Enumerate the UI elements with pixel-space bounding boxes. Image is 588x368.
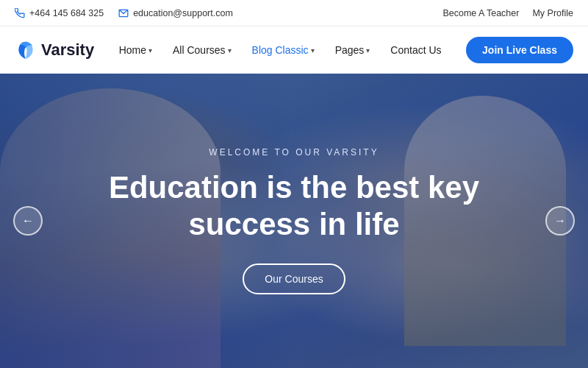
- become-teacher-link[interactable]: Become A Teacher: [442, 8, 519, 18]
- chevron-down-icon: ▾: [228, 46, 232, 54]
- join-live-class-button[interactable]: Join Live Class: [466, 37, 573, 63]
- chevron-down-icon: ▾: [311, 46, 315, 54]
- hero-subtitle: WELCOME TO OUR VARSITY: [209, 147, 379, 158]
- logo-text: Varsity: [41, 40, 94, 60]
- nav-links: Home ▾ All Courses ▾ Blog Classic ▾ Page…: [110, 38, 451, 62]
- phone-info: +464 145 684 325: [15, 8, 104, 18]
- our-courses-button[interactable]: Our Courses: [243, 263, 345, 294]
- chevron-down-icon: ▾: [148, 46, 152, 54]
- nav-item-blog-classic[interactable]: Blog Classic ▾: [243, 38, 323, 62]
- hero-arrow-right-button[interactable]: →: [545, 206, 575, 236]
- top-bar: +464 145 684 325 education@support.com B…: [0, 0, 588, 26]
- nav-item-contact[interactable]: Contact Us: [381, 38, 450, 62]
- email-info: education@support.com: [118, 8, 233, 18]
- hero-title: Education is the best key success in lif…: [74, 169, 514, 242]
- email-address: education@support.com: [133, 8, 233, 18]
- chevron-down-icon: ▾: [366, 46, 370, 54]
- navbar: Varsity Home ▾ All Courses ▾ Blog Classi…: [0, 26, 588, 74]
- hero-content: WELCOME TO OUR VARSITY Education is the …: [0, 74, 588, 368]
- nav-item-pages[interactable]: Pages ▾: [326, 38, 379, 62]
- my-profile-link[interactable]: My Profile: [532, 8, 573, 18]
- top-bar-left: +464 145 684 325 education@support.com: [15, 8, 233, 18]
- nav-item-home[interactable]: Home ▾: [110, 38, 161, 62]
- nav-item-all-courses[interactable]: All Courses ▾: [164, 38, 240, 62]
- logo[interactable]: Varsity: [15, 39, 94, 61]
- phone-number: +464 145 684 325: [29, 8, 104, 18]
- phone-icon: [15, 8, 25, 18]
- hero-section: WELCOME TO OUR VARSITY Education is the …: [0, 74, 588, 368]
- hero-arrow-left-button[interactable]: ←: [13, 206, 43, 236]
- logo-icon: [15, 39, 37, 61]
- top-bar-right: Become A Teacher My Profile: [442, 8, 573, 18]
- email-icon: [118, 8, 129, 18]
